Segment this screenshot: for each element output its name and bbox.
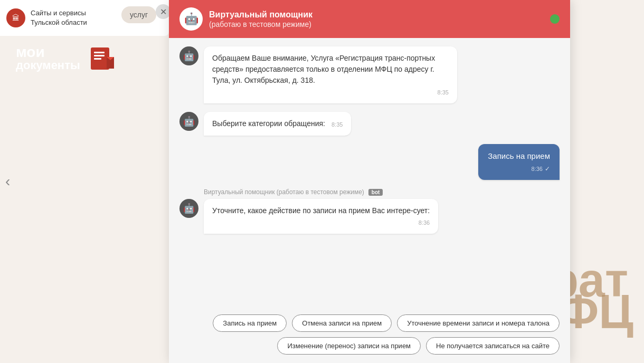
- bot-bubble-3: Уточните, какое действие по записи на пр…: [204, 199, 438, 234]
- chat-panel: 🤖 Виртуальный помощник (работаю в тестов…: [169, 0, 570, 363]
- chat-title: Виртуальный помощник: [209, 9, 312, 21]
- logo-moi: мои: [16, 45, 80, 60]
- msg-time-3: 8:36: [212, 218, 430, 227]
- logo-docs: документы: [16, 60, 80, 71]
- quick-reply-2[interactable]: Уточнение времени записи и номера талона: [397, 314, 560, 332]
- chat-subtitle: (работаю в тестовом режиме): [209, 20, 312, 28]
- checkmark: ✓: [545, 164, 550, 174]
- left-arrow-button[interactable]: ‹: [5, 173, 10, 190]
- services-button[interactable]: услуг: [121, 6, 156, 23]
- bot-badge: bot: [368, 189, 383, 196]
- inline-time-2: 8:35: [332, 120, 343, 129]
- bot-avatar-1: 🤖: [179, 46, 198, 65]
- quick-reply-4[interactable]: Не получается записаться на сайте: [426, 337, 560, 355]
- svg-rect-2: [94, 55, 105, 56]
- bot-bubble-1: Обращаем Ваше внимание, Услуга «Регистра…: [204, 46, 457, 103]
- user-bubble-1: Запись на прием 8:36 ✓: [478, 144, 560, 180]
- msg-time-1: 8:35: [212, 88, 449, 97]
- bot-header-icon: 🤖: [179, 7, 203, 31]
- bot-bubble-2: Выберите категории обращения: 8:35: [204, 112, 351, 136]
- quick-reply-1[interactable]: Отмена записи на прием: [292, 314, 392, 332]
- close-button[interactable]: ✕: [156, 4, 171, 19]
- bot-avatar-3: 🤖: [179, 199, 198, 218]
- bot-message-1: 🤖 Обращаем Ваше внимание, Услуга «Регист…: [179, 46, 560, 103]
- region-icon: 🏛: [6, 8, 25, 27]
- quick-replies-area: Запись на прием Отмена записи на прием У…: [169, 309, 570, 363]
- bot-avatar-2: 🤖: [179, 112, 198, 131]
- chat-messages[interactable]: 🤖 Обращаем Ваше внимание, Услуга «Регист…: [169, 38, 570, 309]
- bot-message-3: 🤖 Уточните, какое действие по записи на …: [179, 199, 560, 234]
- chat-header: 🤖 Виртуальный помощник (работаю в тестов…: [169, 0, 570, 38]
- quick-reply-3[interactable]: Изменение (перенос) записи на прием: [277, 337, 421, 355]
- logo-area: мои документы: [16, 42, 118, 74]
- online-indicator: [550, 14, 560, 24]
- bot-label-text: Виртуальный помощник (работаю в тестовом…: [204, 188, 364, 196]
- bot-label-row: Виртуальный помощник (работаю в тестовом…: [179, 188, 560, 196]
- user-time-1: 8:36 ✓: [488, 164, 550, 174]
- bot-message-2: 🤖 Выберите категории обращения: 8:35: [179, 112, 560, 136]
- svg-rect-3: [94, 58, 101, 60]
- quick-reply-0[interactable]: Запись на прием: [213, 314, 287, 332]
- svg-rect-1: [94, 52, 105, 53]
- logo-icon: [87, 42, 118, 74]
- user-message-1: Запись на прием 8:36 ✓: [179, 144, 560, 180]
- top-bar-text: Сайты и сервисы Тульской области: [31, 8, 87, 27]
